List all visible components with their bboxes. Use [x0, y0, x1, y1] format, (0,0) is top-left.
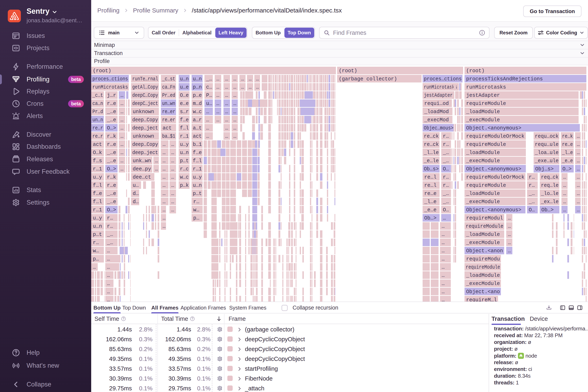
- svg-text:_e…e: _e…e: [562, 158, 573, 164]
- svg-text:…: …: [577, 134, 580, 139]
- svg-text:…: …: [163, 207, 166, 213]
- svg-text:r…: r…: [443, 182, 449, 188]
- svg-text:_…: _…: [443, 199, 449, 205]
- svg-text:…: …: [171, 158, 174, 164]
- svg-text:…: …: [163, 215, 166, 221]
- svg-text:…: …: [563, 207, 566, 213]
- svg-text:_…e: _…e: [107, 158, 116, 164]
- svg-text:_…: _…: [107, 232, 113, 238]
- svg-text:_execModule: _execModule: [466, 158, 500, 164]
- svg-text:a…t: a…t: [193, 125, 202, 131]
- svg-text:r…1: r…1: [93, 207, 102, 213]
- svg-text:getAl…Copy: getAl…Copy: [132, 84, 158, 90]
- svg-text:…: …: [233, 109, 236, 115]
- svg-text:jestAdapter: jestAdapter: [466, 92, 500, 98]
- svg-text:…: …: [171, 174, 174, 180]
- svg-text:u…y: u…y: [93, 215, 102, 221]
- svg-text:_…: _…: [443, 191, 449, 196]
- svg-text:r…e: r…e: [107, 142, 116, 148]
- svg-text:Ob…s>: Ob…s>: [424, 166, 439, 172]
- svg-text:…: …: [163, 142, 166, 148]
- svg-text:O…>: O…>: [107, 166, 116, 172]
- svg-text:e…e: e…e: [180, 101, 189, 106]
- svg-text:…: …: [107, 248, 110, 254]
- svg-text:c…: c…: [206, 84, 212, 90]
- svg-text:…: …: [206, 117, 209, 123]
- svg-text:…: …: [206, 134, 209, 139]
- svg-text:_l…e: _l…e: [562, 150, 573, 156]
- svg-text:ca…n: ca…n: [92, 101, 103, 106]
- svg-text:Object.<anonymous>: Object.<anonymous>: [466, 125, 521, 131]
- svg-text:f…l: f…l: [93, 199, 102, 205]
- svg-text:…: …: [233, 92, 236, 98]
- svg-text:r…: r…: [529, 174, 535, 180]
- svg-text:…: …: [163, 191, 166, 196]
- svg-text:…: …: [225, 101, 228, 106]
- svg-text:O…e: O…e: [180, 92, 189, 98]
- svg-text:f…e: f…e: [180, 117, 189, 123]
- svg-text:re…l: re…l: [424, 182, 436, 188]
- svg-text:requireModule: requireModule: [466, 224, 503, 229]
- svg-text:…: …: [233, 84, 236, 90]
- svg-text:…: …: [577, 150, 580, 156]
- svg-text:_loadModule: _loadModule: [466, 109, 500, 115]
- svg-text:…: …: [233, 134, 236, 139]
- svg-text:_…: _…: [107, 240, 113, 246]
- svg-text:…: …: [577, 182, 580, 188]
- svg-text:_…: _…: [529, 199, 535, 205]
- svg-text:requireModule: requireModule: [466, 101, 506, 106]
- svg-text:…: …: [256, 76, 259, 82]
- svg-text:_c…st: _c…st: [162, 76, 175, 82]
- svg-text:O…>: O…>: [107, 125, 116, 131]
- svg-text:proces…ctions: proces…ctions: [92, 76, 128, 82]
- svg-text:r…: r…: [529, 182, 535, 188]
- svg-text:_loa…ule: _loa…ule: [535, 150, 559, 156]
- svg-text:p…k: p…k: [180, 182, 189, 188]
- svg-text:_execMod: _execMod: [424, 117, 449, 123]
- svg-text:…: …: [577, 174, 580, 180]
- svg-text:requi…od: requi…od: [424, 101, 449, 106]
- svg-text:re…r: re…r: [92, 134, 103, 139]
- svg-text:_loadModule: _loadModule: [466, 232, 500, 238]
- svg-text:_…e: _…e: [107, 150, 116, 156]
- svg-text:_ex…le: _ex…le: [541, 199, 559, 205]
- svg-text:_exe…ule: _exe…ule: [535, 158, 559, 164]
- svg-text:…: …: [563, 199, 566, 205]
- svg-text:…: …: [241, 84, 244, 90]
- svg-text:r…: r…: [443, 174, 449, 180]
- svg-text:…: …: [577, 207, 580, 213]
- svg-text:_execModule: _execModule: [466, 199, 500, 205]
- svg-text:…: …: [216, 92, 219, 98]
- svg-text:deepC…ject: deepC…ject: [132, 101, 158, 106]
- svg-text:…: …: [120, 150, 123, 156]
- svg-text:_l…le: _l…le: [424, 150, 439, 156]
- svg-text:…: …: [107, 256, 110, 262]
- svg-text:re…r: re…r: [92, 125, 103, 131]
- svg-text:…: …: [442, 264, 445, 270]
- svg-text:_…: _…: [443, 158, 449, 164]
- svg-text:un…n: un…n: [92, 117, 103, 123]
- svg-text:Object.<anonymous>: Object.<anonymous>: [466, 166, 521, 172]
- svg-text:act: act: [193, 134, 202, 139]
- svg-text:p…t: p…t: [93, 232, 102, 238]
- svg-text:unk…wn: unk…wn: [133, 158, 151, 164]
- svg-text:…: …: [225, 125, 228, 131]
- svg-text:re…e: re…e: [562, 142, 573, 148]
- svg-text:…: …: [120, 92, 123, 98]
- svg-text:_lo…le: _lo…le: [541, 191, 559, 196]
- svg-text:…: …: [120, 117, 123, 123]
- svg-text:deep…Copy: deep…Copy: [132, 142, 158, 148]
- svg-text:d…: d…: [133, 191, 139, 196]
- svg-text:…: …: [442, 272, 445, 278]
- svg-text:…: …: [120, 109, 123, 115]
- svg-text:…: …: [171, 199, 174, 205]
- svg-text:un…wn: un…wn: [162, 101, 175, 106]
- svg-text:jestAdapter: jestAdapter: [424, 92, 453, 98]
- svg-text:…: …: [442, 224, 445, 229]
- svg-text:…: …: [171, 166, 174, 172]
- svg-text:requ…ule: requ…ule: [535, 142, 559, 148]
- svg-text:…: …: [508, 232, 511, 238]
- svg-text:_execModule: _execModule: [466, 281, 500, 287]
- svg-text:…: …: [508, 240, 511, 246]
- svg-text:deepC…Copy: deepC…Copy: [132, 92, 158, 98]
